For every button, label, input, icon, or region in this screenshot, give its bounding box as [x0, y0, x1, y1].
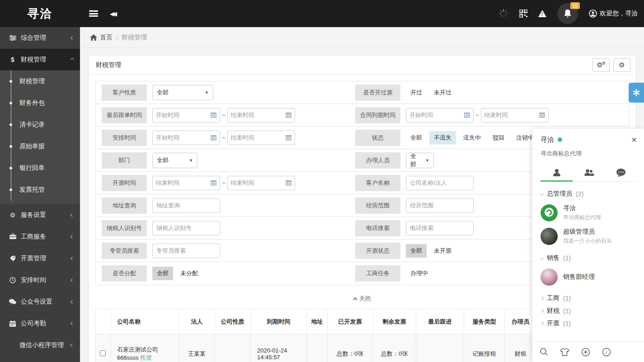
agent-select[interactable]: 全部 ▼ [406, 153, 434, 168]
cell-company[interactable]: 石家庄测试公司 666ssss 托管 [111, 334, 179, 362]
breadcrumb-current: 财税管理 [122, 33, 147, 42]
taxpayer-input[interactable] [152, 221, 220, 235]
row-checkbox[interactable] [100, 350, 106, 356]
loading-spinner-icon [498, 9, 508, 19]
customer-nature-select[interactable]: 全部 ▼ [152, 85, 213, 100]
filter-label-task: 工商任务 [355, 265, 400, 282]
status-option-not-lost[interactable]: 不流失 [429, 131, 456, 145]
info-circle-icon[interactable]: i [602, 348, 611, 357]
invoice-time-start-input[interactable]: 结束时间 [152, 176, 220, 190]
sidebar-item-business-service[interactable]: 工商服务 [0, 226, 80, 248]
task-option-processing[interactable]: 办理中 [406, 267, 432, 280]
submenu-item-invoice-hosting[interactable]: 发票托管 [0, 179, 80, 201]
chevron-left-icon [71, 278, 74, 282]
contract-expire-end-input[interactable]: 结束时间 [481, 108, 549, 122]
chevron-left-icon [71, 256, 74, 260]
submenu-item-finance-tax-mgmt[interactable]: 财税管理 [0, 71, 80, 92]
phone-input[interactable] [406, 221, 474, 235]
sidebar-item-service-settings[interactable]: ⚙ 服务设置 [0, 204, 80, 226]
plus-circle-icon[interactable] [581, 348, 590, 357]
online-status-dot [558, 137, 562, 142]
last-follow-end-input[interactable]: 结束时间 [227, 108, 295, 122]
sidebar-item-wechat-miniapp[interactable]: 微信小程序管理 [0, 334, 80, 356]
app-logo: 寻洽 [0, 0, 80, 27]
group-finance-tax[interactable]: 财税 (1) [541, 305, 637, 317]
tab-messages[interactable] [605, 164, 637, 181]
quick-action-float-button[interactable] [629, 83, 644, 103]
invoice-status-option-all[interactable]: 全部 [406, 244, 427, 258]
sidebar-item-attendance[interactable]: 公司考勤 [0, 313, 80, 334]
group-sales[interactable]: 销售 (1) [541, 251, 637, 265]
submenu-item-card-clearing[interactable]: 清卡记录 [0, 114, 80, 136]
avatar-logo [541, 204, 558, 221]
filter-row-2: 最后跟单时间 开始时间 ~ 结束时间 合同到期时间 开始时间 [95, 104, 629, 127]
sidebar-item-invoicing-mgmt[interactable]: 开票管理 [0, 248, 80, 269]
status-option-losing[interactable]: 流失中 [459, 131, 485, 145]
invoiced-option-yes[interactable]: 开过 [406, 86, 427, 99]
status-option-all[interactable]: 全部 [406, 131, 427, 145]
cell-remaining: 总数：0张 [373, 334, 416, 362]
col-remaining: 剩余发票 [373, 309, 416, 334]
collapse-sidebar-icon[interactable]: ◀◀ [110, 10, 115, 17]
group-business[interactable]: 工商 (1) [541, 292, 637, 305]
caret-down-icon: ▼ [205, 90, 209, 95]
arrange-end-input[interactable]: 结束时间 [227, 131, 295, 145]
chat-member-super-admin[interactable]: 超级管理员 我是一只小小的石头 [541, 228, 637, 245]
breadcrumb: 首页 / 财税管理 [80, 27, 644, 48]
scope-input[interactable] [406, 198, 474, 213]
qr-code-icon[interactable] [519, 9, 527, 18]
invoice-status-option-none[interactable]: 未开票 [429, 244, 456, 258]
filter-label-taxpayer: 纳税人识别号 [102, 220, 147, 236]
sidebar-item-schedule-time[interactable]: 安排时间 [0, 269, 80, 291]
filter-label-last-follow: 最后跟单时间 [102, 107, 147, 123]
notification-bell-icon[interactable]: 15 [557, 3, 578, 24]
group-super-admin[interactable]: 总管理员 (2) [541, 187, 637, 201]
submenu-item-bank-receipts[interactable]: 银行回单 [0, 157, 80, 179]
warning-icon[interactable]: ! [538, 10, 546, 17]
sidebar-item-general[interactable]: 综合管理 [0, 27, 80, 49]
calendar-icon [539, 112, 545, 118]
chevron-left-icon [71, 300, 74, 303]
invoice-time-end-input[interactable]: 结束时间 [227, 176, 295, 190]
col-service-type: 服务类型 [464, 309, 505, 334]
user-welcome[interactable]: 欢迎您，寻洽 [589, 9, 638, 18]
menu-toggle-icon[interactable] [89, 10, 98, 17]
assigned-option-all[interactable]: 全部 [152, 267, 173, 280]
search-icon[interactable] [540, 348, 548, 356]
supervisor-input[interactable] [152, 244, 220, 258]
department-select[interactable]: 全部 ▼ [152, 153, 197, 168]
submenu-item-finance-outsourcing[interactable]: 财务外包 [0, 92, 80, 114]
cogs-button[interactable]: ⚙⚙ [592, 58, 610, 72]
contract-expire-start-input[interactable]: 开始时间 [406, 108, 474, 122]
status-option-rejected[interactable]: 驳回 [488, 131, 509, 145]
filter-label-invoice-time: 开票时间 [102, 175, 147, 191]
arrange-start-input[interactable]: 开始时间 [152, 131, 220, 145]
chevron-down-icon [540, 256, 544, 260]
chat-member-xunqia[interactable]: 寻洽 寻洽商标总代理 [541, 204, 637, 221]
dollar-icon: $ [9, 56, 16, 63]
last-follow-start-input[interactable]: 开始时间 [152, 108, 220, 122]
filter-label-invoice-status: 开票状态 [355, 243, 400, 259]
tab-groups[interactable] [573, 164, 605, 181]
sidebar-item-official-account[interactable]: 公众号设置 [0, 291, 80, 313]
shirt-icon[interactable] [560, 348, 569, 356]
filter-label-scope: 经营范围 [355, 197, 400, 214]
settings-button[interactable]: ⚙ [613, 58, 630, 72]
col-last-follow: 最后跟进 [416, 309, 464, 334]
submenu-item-original-docs[interactable]: 原始单据 [0, 136, 80, 157]
close-icon[interactable]: × [631, 135, 637, 144]
breadcrumb-home[interactable]: 首页 [90, 33, 113, 42]
sidebar: 综合管理 $ 财税管理 财税管理 财务外包 清卡记录 原始单据 银行回单 发票托… [0, 27, 80, 362]
address-input[interactable] [152, 198, 220, 213]
tab-contacts[interactable] [541, 164, 573, 181]
top-header: 寻洽 ◀◀ [0, 0, 644, 27]
assigned-option-none[interactable]: 未分配 [176, 267, 202, 280]
welcome-text: 欢迎您，寻洽 [600, 9, 638, 18]
filter-label-contract-expire: 合同到期时间 [355, 107, 400, 123]
sidebar-item-finance-tax[interactable]: $ 财税管理 [0, 49, 80, 71]
chevron-left-icon [71, 213, 74, 216]
customer-name-input[interactable] [406, 176, 474, 190]
chat-member-sales-manager[interactable]: 销售部经理 [541, 268, 637, 286]
group-invoicing[interactable]: 开票 (1) [541, 317, 637, 330]
invoiced-option-no[interactable]: 未开过 [429, 86, 456, 99]
